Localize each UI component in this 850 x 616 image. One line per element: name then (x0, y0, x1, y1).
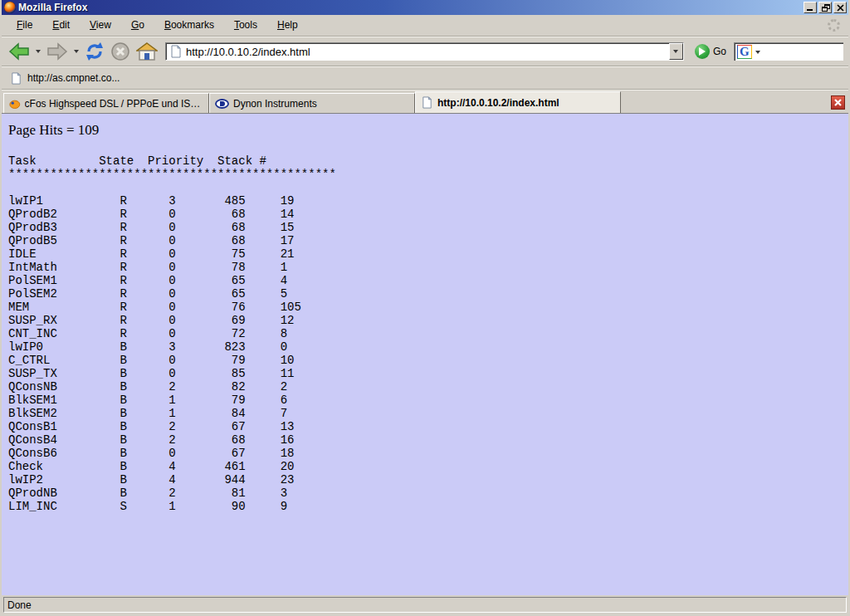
go-label: Go (713, 46, 726, 57)
forward-dropdown-caret[interactable] (74, 50, 79, 53)
tab-bar: cFos Highspeed DSL / PPPoE und ISDN CAP.… (2, 90, 848, 113)
go-button[interactable]: Go (690, 44, 731, 59)
title-bar: Mozilla Firefox (2, 0, 848, 15)
close-icon (834, 2, 846, 12)
reload-button[interactable] (83, 40, 106, 63)
bookmarks-toolbar: http://as.cmpnet.co... (2, 66, 848, 90)
tab-label: cFos Highspeed DSL / PPPoE und ISDN CAP.… (25, 98, 203, 110)
tab-dynon[interactable]: Dynon Instruments (209, 93, 415, 113)
url-input[interactable] (186, 44, 669, 59)
tab-label: Dynon Instruments (233, 98, 317, 110)
url-dropdown-caret (673, 50, 678, 53)
tab-label: http://10.0.10.2/index.html (437, 97, 559, 109)
bookmark-page-icon (10, 72, 22, 85)
search-engine-caret[interactable] (755, 51, 760, 54)
page-icon (169, 45, 183, 58)
menu-tools[interactable]: Tools (224, 17, 267, 34)
url-bar (165, 42, 684, 61)
tab-close-icon (834, 99, 842, 106)
stop-button[interactable] (109, 40, 132, 63)
cfos-favicon (9, 98, 21, 110)
status-bar: Done (2, 595, 848, 614)
reload-icon (85, 42, 105, 61)
google-icon: G (737, 45, 752, 59)
menu-go[interactable]: Go (121, 17, 154, 34)
menu-help[interactable]: Help (267, 17, 308, 34)
back-dropdown-caret[interactable] (36, 50, 41, 53)
minimize-button[interactable] (804, 2, 817, 13)
tab-cfos[interactable]: cFos Highspeed DSL / PPPoE und ISDN CAP.… (3, 93, 209, 113)
stop-icon (110, 42, 130, 61)
menu-view[interactable]: View (80, 17, 121, 34)
back-icon (8, 42, 30, 61)
back-button[interactable] (7, 40, 32, 63)
status-text: Done (3, 597, 847, 613)
restore-button[interactable] (818, 2, 832, 13)
menu-bar: File Edit View Go Bookmarks Tools Help (2, 15, 848, 37)
url-dropdown-button[interactable] (669, 43, 683, 60)
firefox-logo-icon (4, 2, 16, 13)
dynon-favicon (215, 99, 229, 109)
throbber-icon (828, 19, 840, 32)
page-content: Page Hits = 109 Task State Priority Stac… (2, 113, 848, 595)
search-input[interactable]: G (734, 42, 843, 61)
task-table: Task State Priority Stack # ************… (8, 154, 842, 513)
forward-button[interactable] (45, 40, 70, 63)
forward-icon (46, 42, 68, 61)
firefox-window: Mozilla Firefox File Edit View Go Bookma… (0, 0, 850, 616)
bookmark-item[interactable]: http://as.cmpnet.co... (27, 72, 120, 84)
go-icon (695, 44, 710, 59)
navigation-toolbar: Go G (2, 37, 848, 66)
menu-file[interactable]: File (7, 17, 42, 34)
minimize-icon (807, 9, 813, 11)
tab-index-html[interactable]: http://10.0.10.2/index.html (415, 91, 621, 113)
page-hits-text: Page Hits = 109 (8, 122, 842, 139)
window-title: Mozilla Firefox (18, 2, 87, 13)
menu-edit[interactable]: Edit (42, 17, 80, 34)
tab-page-icon (421, 96, 433, 109)
close-button[interactable] (833, 2, 847, 13)
menu-bookmarks[interactable]: Bookmarks (154, 17, 224, 34)
tab-close-button[interactable] (831, 95, 845, 110)
home-button[interactable] (134, 40, 159, 63)
restore-icon (822, 4, 830, 12)
home-icon (136, 42, 158, 61)
